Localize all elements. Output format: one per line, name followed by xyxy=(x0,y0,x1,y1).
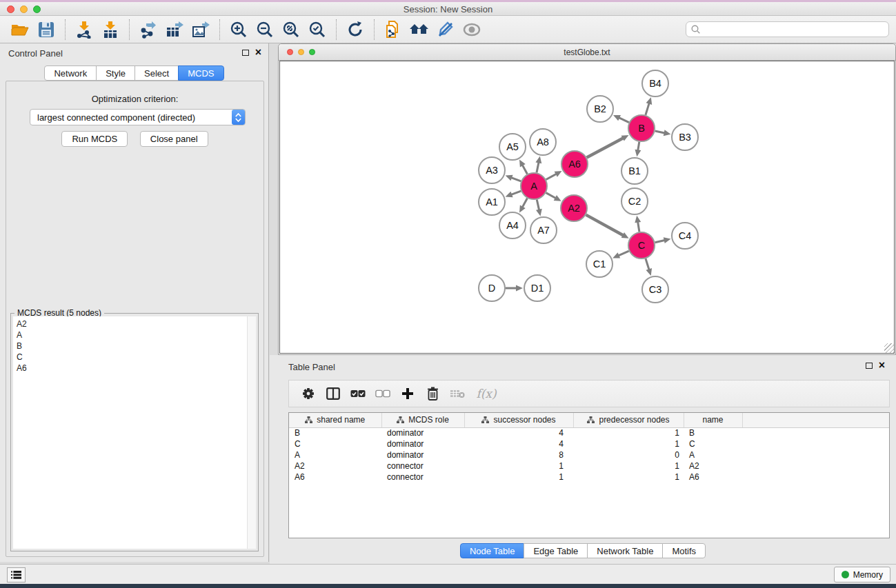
table-cell[interactable]: B xyxy=(684,427,742,438)
graph-edge-A-A6[interactable] xyxy=(546,174,557,179)
graph-edge-B-B4[interactable] xyxy=(646,103,649,115)
mcds-result-list[interactable]: A2ABCA6 xyxy=(13,316,247,549)
table-cell[interactable]: A xyxy=(684,449,742,460)
close-table-panel-icon[interactable]: × xyxy=(879,362,885,369)
table-cell[interactable]: connector xyxy=(381,460,464,472)
graph-edge-A-A1[interactable] xyxy=(511,191,521,194)
table-cell[interactable]: A6 xyxy=(289,472,381,483)
graph-node-A2[interactable]: A2 xyxy=(561,195,587,221)
zoom-in-icon[interactable] xyxy=(228,19,250,41)
graph-node-C4[interactable]: C4 xyxy=(672,223,698,249)
table-row[interactable]: Adominator80A xyxy=(289,449,889,460)
graph-node-A3[interactable]: A3 xyxy=(479,157,505,183)
graph-node-A[interactable]: A xyxy=(521,173,547,199)
open-file-icon[interactable] xyxy=(9,19,31,41)
graph-edge-C-C4[interactable] xyxy=(655,241,665,243)
mcds-result-item[interactable]: A xyxy=(17,330,247,341)
add-column-icon[interactable] xyxy=(398,384,417,403)
task-history-button[interactable] xyxy=(7,567,26,582)
graph-node-C2[interactable]: C2 xyxy=(621,188,648,214)
graph-node-C3[interactable]: C3 xyxy=(642,276,668,303)
graph-edge-B-B1[interactable] xyxy=(638,142,639,151)
graph-edge-A2-C[interactable] xyxy=(586,215,624,236)
scrollbar[interactable] xyxy=(247,316,256,549)
table-cell[interactable]: 1 xyxy=(573,438,684,449)
table-cell[interactable]: connector xyxy=(381,472,464,483)
graph-node-A4[interactable]: A4 xyxy=(499,212,526,239)
graph-edge-A-A8[interactable] xyxy=(537,162,539,172)
tab-motifs[interactable]: Motifs xyxy=(662,543,706,558)
tab-style[interactable]: Style xyxy=(96,65,135,81)
graph-node-D[interactable]: D xyxy=(479,275,505,301)
table-cell[interactable]: A2 xyxy=(684,460,742,472)
table-cell[interactable]: 4 xyxy=(464,438,573,449)
export-network-icon[interactable] xyxy=(137,19,159,41)
tab-edge-table[interactable]: Edge Table xyxy=(524,543,588,558)
table-cell[interactable]: A6 xyxy=(684,472,742,483)
delete-table-icon[interactable] xyxy=(448,384,467,403)
save-icon[interactable] xyxy=(35,19,57,41)
mcds-result-item[interactable]: A2 xyxy=(17,318,247,330)
graph-edge-A-A5[interactable] xyxy=(522,165,527,174)
graph-node-A5[interactable]: A5 xyxy=(499,134,526,160)
table-cell[interactable]: 4 xyxy=(464,427,573,438)
table-cell[interactable]: C xyxy=(289,438,381,449)
table-cell[interactable]: 1 xyxy=(573,472,684,483)
deselect-all-icon[interactable] xyxy=(373,384,392,403)
graph-edge-A-A4[interactable] xyxy=(522,199,527,207)
tab-network[interactable]: Network xyxy=(44,65,97,81)
graph-node-A7[interactable]: A7 xyxy=(530,217,557,243)
tab-select[interactable]: Select xyxy=(135,65,179,81)
graph-edge-A-A7[interactable] xyxy=(537,200,539,210)
graph-node-B2[interactable]: B2 xyxy=(587,96,613,122)
column-header-shared-name[interactable]: shared name xyxy=(289,413,381,427)
memory-button[interactable]: Memory xyxy=(834,567,890,582)
table-cell[interactable]: dominator xyxy=(381,427,464,438)
network-canvas[interactable]: B4B2BB3A5A8A6A3B1AA1C2A2A4A7C4CC1C3DD1 xyxy=(279,61,895,354)
graph-edge-C-C1[interactable] xyxy=(618,251,628,256)
graph-node-D1[interactable]: D1 xyxy=(524,275,550,301)
show-columns-icon[interactable] xyxy=(323,384,343,403)
zoom-fit-icon[interactable] xyxy=(280,19,302,41)
table-cell[interactable]: C xyxy=(684,438,742,449)
search-input[interactable] xyxy=(704,25,888,34)
graph-node-A1[interactable]: A1 xyxy=(479,189,505,215)
table-cell[interactable]: 1 xyxy=(464,472,573,483)
table-row[interactable]: A6connector11A6 xyxy=(289,472,889,483)
table-cell[interactable]: dominator xyxy=(381,449,464,460)
select-all-icon[interactable] xyxy=(348,384,368,403)
graph-edge-C-C2[interactable] xyxy=(638,222,639,232)
graph-node-A6[interactable]: A6 xyxy=(561,151,588,177)
function-builder-icon[interactable]: f(x) xyxy=(472,384,500,403)
graph-edge-C-C3[interactable] xyxy=(646,258,649,270)
tab-network-table[interactable]: Network Table xyxy=(587,543,663,558)
table-cell[interactable]: 1 xyxy=(573,460,684,472)
graph-node-B1[interactable]: B1 xyxy=(621,158,648,184)
import-network-icon[interactable] xyxy=(73,19,95,41)
export-table-icon[interactable] xyxy=(163,19,186,41)
column-header-name[interactable]: name xyxy=(684,413,742,427)
hide-annotations-icon[interactable] xyxy=(435,19,457,41)
table-cell[interactable]: dominator xyxy=(381,438,464,449)
graph-node-A8[interactable]: A8 xyxy=(530,129,556,155)
column-header-predecessor-nodes[interactable]: predecessor nodes xyxy=(573,413,684,427)
eye-icon[interactable] xyxy=(461,19,483,41)
run-mcds-button[interactable]: Run MCDS xyxy=(61,131,128,147)
table-row[interactable]: Cdominator41C xyxy=(289,438,889,449)
table-cell[interactable]: A xyxy=(289,449,381,460)
export-image-icon[interactable] xyxy=(190,19,212,41)
column-header-successor-nodes[interactable]: successor nodes xyxy=(464,413,573,427)
tab-mcds[interactable]: MCDS xyxy=(178,65,223,81)
float-panel-icon[interactable] xyxy=(242,50,249,56)
refresh-icon[interactable] xyxy=(344,19,366,41)
search-field[interactable] xyxy=(686,21,889,37)
graph-node-C[interactable]: C xyxy=(628,232,655,258)
close-panel-icon[interactable]: × xyxy=(255,49,261,56)
table-cell[interactable]: B xyxy=(289,427,381,438)
column-header-mcds-role[interactable]: MCDS role xyxy=(381,413,464,427)
table-cell[interactable]: 1 xyxy=(573,427,684,438)
graph-edge-A6-B[interactable] xyxy=(587,138,624,157)
mcds-result-item[interactable]: A6 xyxy=(17,363,247,374)
graph-node-B[interactable]: B xyxy=(628,115,655,141)
table-cell[interactable]: 8 xyxy=(464,449,573,460)
